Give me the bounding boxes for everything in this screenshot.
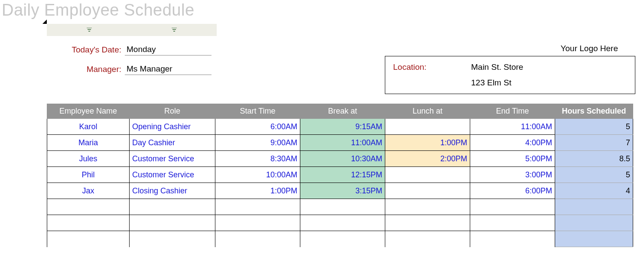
empty-cell[interactable] <box>555 199 633 215</box>
break-cell[interactable]: 11:00AM <box>300 135 385 151</box>
empty-cell[interactable] <box>47 231 130 247</box>
empty-cell[interactable] <box>385 231 470 247</box>
start-cell[interactable]: 10:00AM <box>215 167 300 183</box>
empty-cell[interactable] <box>47 215 130 231</box>
table-row: JaxClosing Cashier1:00PM3:15PM6:00PM4 <box>47 183 633 199</box>
date-value[interactable]: Monday <box>125 44 211 55</box>
empty-cell[interactable] <box>215 199 300 215</box>
header-lunch[interactable]: Lunch at <box>385 104 470 119</box>
empty-cell[interactable] <box>47 199 130 215</box>
empty-cell[interactable] <box>215 215 300 231</box>
start-cell[interactable]: 9:00AM <box>215 135 300 151</box>
role-cell[interactable]: Closing Cashier <box>130 183 215 199</box>
lunch-cell[interactable] <box>385 119 470 135</box>
name-cell[interactable]: Jax <box>47 183 130 199</box>
start-cell[interactable]: 6:00AM <box>215 119 300 135</box>
logo-placeholder: Your Logo Here <box>385 44 635 53</box>
end-cell[interactable]: 3:00PM <box>470 167 555 183</box>
filter-cell-2[interactable] <box>132 24 217 36</box>
empty-cell[interactable] <box>470 215 555 231</box>
filter-icon <box>87 28 92 32</box>
empty-cell[interactable] <box>470 199 555 215</box>
table-row: KarolOpening Cashier6:00AM9:15AM11:00AM5 <box>47 119 633 135</box>
empty-cell[interactable] <box>300 215 385 231</box>
role-cell[interactable]: Day Cashier <box>130 135 215 151</box>
end-cell[interactable]: 11:00AM <box>470 119 555 135</box>
empty-cell[interactable] <box>385 199 470 215</box>
name-cell[interactable]: Jules <box>47 151 130 167</box>
empty-cell[interactable] <box>215 231 300 247</box>
hours-cell[interactable]: 4 <box>555 183 633 199</box>
end-cell[interactable]: 6:00PM <box>470 183 555 199</box>
header-hours[interactable]: Hours Scheduled <box>555 104 633 119</box>
location-box: Location: Main St. Store 123 Elm St <box>385 56 635 94</box>
end-cell[interactable]: 5:00PM <box>470 151 555 167</box>
start-cell[interactable]: 1:00PM <box>215 183 300 199</box>
header-start[interactable]: Start Time <box>215 104 300 119</box>
break-cell[interactable]: 9:15AM <box>300 119 385 135</box>
table-row: MariaDay Cashier9:00AM11:00AM1:00PM4:00P… <box>47 135 633 151</box>
end-cell[interactable]: 4:00PM <box>470 135 555 151</box>
filter-row <box>47 24 635 36</box>
empty-cell[interactable] <box>300 199 385 215</box>
break-cell[interactable]: 12:15PM <box>300 167 385 183</box>
manager-value[interactable]: Ms Manager <box>125 63 211 75</box>
hours-cell[interactable]: 7 <box>555 135 633 151</box>
table-row <box>47 231 633 247</box>
table-row <box>47 215 633 231</box>
info-row: Today's Date: Monday Manager: Ms Manager… <box>47 44 635 94</box>
filter-icon <box>172 28 177 32</box>
break-cell[interactable]: 3:15PM <box>300 183 385 199</box>
lunch-cell[interactable]: 1:00PM <box>385 135 470 151</box>
lunch-cell[interactable] <box>385 183 470 199</box>
header-role[interactable]: Role <box>130 104 215 119</box>
header-break[interactable]: Break at <box>300 104 385 119</box>
table-row: PhilCustomer Service10:00AM12:15PM3:00PM… <box>47 167 633 183</box>
start-cell[interactable]: 8:30AM <box>215 151 300 167</box>
role-cell[interactable]: Customer Service <box>130 167 215 183</box>
role-cell[interactable]: Customer Service <box>130 151 215 167</box>
empty-cell[interactable] <box>130 199 215 215</box>
hours-cell[interactable]: 5 <box>555 167 633 183</box>
empty-cell[interactable] <box>555 215 633 231</box>
header-row: Employee Name Role Start Time Break at L… <box>47 104 633 119</box>
location-addr-label <box>393 78 471 88</box>
hours-cell[interactable]: 8.5 <box>555 151 633 167</box>
header-name[interactable]: Employee Name <box>47 104 130 119</box>
empty-cell[interactable] <box>130 231 215 247</box>
empty-cell[interactable] <box>470 231 555 247</box>
table-row: JulesCustomer Service8:30AM10:30AM2:00PM… <box>47 151 633 167</box>
empty-cell[interactable] <box>555 231 633 247</box>
schedule-table: Employee Name Role Start Time Break at L… <box>47 104 633 247</box>
role-cell[interactable]: Opening Cashier <box>130 119 215 135</box>
page-title: Daily Employee Schedule <box>0 0 644 20</box>
lunch-cell[interactable] <box>385 167 470 183</box>
lunch-cell[interactable]: 2:00PM <box>385 151 470 167</box>
empty-cell[interactable] <box>385 215 470 231</box>
name-cell[interactable]: Karol <box>47 119 130 135</box>
date-label: Today's Date: <box>47 45 125 55</box>
header-end[interactable]: End Time <box>470 104 555 119</box>
info-left: Today's Date: Monday Manager: Ms Manager <box>47 44 211 83</box>
name-cell[interactable]: Maria <box>47 135 130 151</box>
hours-cell[interactable]: 5 <box>555 119 633 135</box>
break-cell[interactable]: 10:30AM <box>300 151 385 167</box>
info-right: Your Logo Here Location: Main St. Store … <box>385 44 635 94</box>
filter-cell-1[interactable] <box>47 24 132 36</box>
location-name[interactable]: Main St. Store <box>471 62 523 72</box>
location-label: Location: <box>393 62 471 72</box>
empty-cell[interactable] <box>130 215 215 231</box>
location-addr[interactable]: 123 Elm St <box>471 78 511 88</box>
manager-label: Manager: <box>47 65 125 74</box>
name-cell[interactable]: Phil <box>47 167 130 183</box>
table-row <box>47 199 633 215</box>
empty-cell[interactable] <box>300 231 385 247</box>
